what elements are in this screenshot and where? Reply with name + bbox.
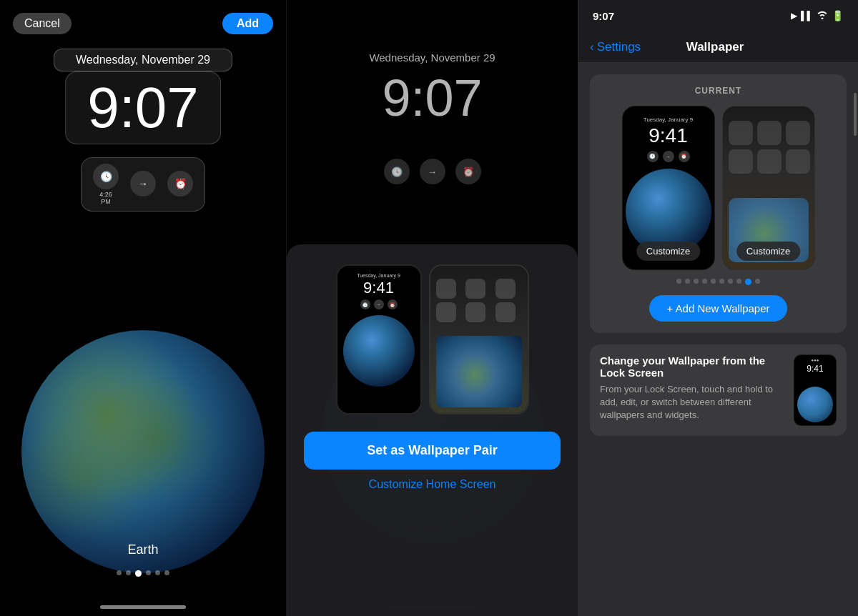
wifi-icon <box>817 11 828 21</box>
wp-app-5 <box>757 149 781 174</box>
status-icons: ▶ ▌▌ 🔋 <box>791 10 844 21</box>
location-icon: ▶ <box>791 11 797 21</box>
customize-home-button[interactable]: Customize Home Screen <box>369 478 496 491</box>
mid-arrow-icon: → <box>420 159 445 184</box>
app-icon-4 <box>436 302 456 322</box>
page-indicator <box>117 570 169 577</box>
dot-4 <box>146 570 151 575</box>
right-panel: 9:07 ▶ ▌▌ 🔋 ‹ Settings Wallpaper CURRENT <box>578 0 858 616</box>
lock-screen-preview[interactable]: Tuesday, January 9 9:41 🕓 → ⏰ <box>336 264 422 414</box>
thumb-time: 9:41 <box>794 364 836 374</box>
wp-dot-5 <box>711 279 716 284</box>
lock-screen-time: 9:07 <box>65 71 221 144</box>
wp-arrow-icon: → <box>663 151 674 162</box>
middle-date: Wednesday, November 29 <box>369 51 495 64</box>
lock-screen-widgets: 🕓 4:26PM → ⏰ <box>81 157 205 212</box>
mid-clock-icon: 🕓 <box>384 159 410 184</box>
wp-app-3 <box>786 121 810 145</box>
earth-label: Earth <box>127 542 158 557</box>
thumb-status-bar: ●●● <box>794 358 836 362</box>
clock-icon: 🕓 <box>93 164 119 189</box>
wp-alarm-icon: ⏰ <box>679 151 690 162</box>
dot-5 <box>155 570 160 575</box>
middle-panel: Wednesday, November 29 9:07 🕓 → ⏰ Tuesda… <box>286 0 578 616</box>
wp-dot-10 <box>755 279 760 284</box>
wp-dot-2 <box>685 279 690 284</box>
wp-app-2 <box>757 121 781 145</box>
wallpaper-popup: Tuesday, January 9 9:41 🕓 → ⏰ <box>287 244 578 616</box>
back-label: Settings <box>597 40 641 54</box>
wp-dot-9 <box>745 279 751 285</box>
pw-alarm: ⏰ <box>388 299 398 309</box>
app-icon-1 <box>436 279 456 299</box>
home-inner <box>430 266 528 413</box>
middle-time: 9:07 <box>382 69 482 127</box>
wp-dot-8 <box>736 279 741 284</box>
wallpaper-dots <box>601 279 835 285</box>
dot-1 <box>117 570 122 575</box>
pw-arrow: → <box>374 299 384 309</box>
back-button[interactable]: ‹ Settings <box>590 40 641 54</box>
app-grid <box>436 279 522 322</box>
wp-dot-3 <box>694 279 699 284</box>
change-wallpaper-title: Change your Wallpaper from the Lock Scre… <box>600 354 785 379</box>
lock-screen-date: Wednesday, November 29 <box>54 49 232 71</box>
status-time: 9:07 <box>593 10 614 22</box>
dot-3 <box>135 570 142 577</box>
widget-clock: 🕓 4:26PM <box>93 164 119 205</box>
dot-2 <box>126 570 131 575</box>
wp-dot-4 <box>702 279 707 284</box>
app-icon-6 <box>495 302 516 322</box>
app-icon-3 <box>495 279 516 299</box>
wp-lock-preview[interactable]: Tuesday, January 9 9:41 🕓 → ⏰ Customize <box>622 106 715 270</box>
customize-home-screen-button[interactable]: Customize <box>736 242 800 261</box>
status-bar: 9:07 ▶ ▌▌ 🔋 <box>578 0 858 31</box>
lock-inner: Tuesday, January 9 9:41 🕓 → ⏰ <box>337 266 420 413</box>
change-wallpaper-description: From your Lock Screen, touch and hold to… <box>600 383 785 422</box>
wp-lock-time: 9:41 <box>649 124 688 147</box>
set-wallpaper-pair-button[interactable]: Set as Wallpaper Pair <box>304 432 561 470</box>
nav-title: Wallpaper <box>686 40 744 54</box>
wp-dot-1 <box>676 279 681 284</box>
arrow-icon: → <box>130 171 156 197</box>
left-panel: Cancel Add Wednesday, November 29 9:07 🕓… <box>0 0 286 616</box>
widget-alarm: ⏰ <box>167 171 193 198</box>
thumb-earth <box>797 387 833 422</box>
preview-lock-time: 9:41 <box>363 279 394 297</box>
cancel-button[interactable]: Cancel <box>13 13 72 34</box>
preview-earth <box>343 315 415 387</box>
dot-6 <box>164 570 169 575</box>
pw-clock: 🕓 <box>360 299 370 309</box>
earth-background <box>21 330 265 573</box>
change-wallpaper-thumbnail: ●●● 9:41 <box>794 354 837 426</box>
wp-lock-date: Tuesday, January 9 <box>644 116 693 123</box>
app-icon-5 <box>465 302 485 322</box>
wp-home-preview[interactable]: Customize <box>722 106 815 270</box>
preview-lock-widgets: 🕓 → ⏰ <box>360 299 398 309</box>
middle-widgets: 🕓 → ⏰ <box>384 159 481 184</box>
add-button[interactable]: Add <box>222 13 273 34</box>
battery-icon: 🔋 <box>832 10 844 21</box>
wp-app-grid <box>729 121 809 174</box>
wp-app-6 <box>786 149 810 174</box>
preview-lock-date: Tuesday, January 9 <box>357 273 400 278</box>
mid-alarm-icon: ⏰ <box>455 159 481 184</box>
wp-app-4 <box>729 149 753 174</box>
phone-preview-container: Tuesday, January 9 9:41 🕓 → ⏰ <box>336 264 529 414</box>
add-new-wallpaper-button[interactable]: + Add New Wallpaper <box>649 295 786 322</box>
widget-arrow: → <box>130 171 156 198</box>
wp-dot-7 <box>728 279 733 284</box>
home-earth <box>436 336 522 407</box>
scrollbar[interactable] <box>854 93 857 136</box>
alarm-icon: ⏰ <box>167 171 193 197</box>
home-screen-preview[interactable] <box>429 264 529 414</box>
signal-icon: ▌▌ <box>801 11 813 21</box>
change-wallpaper-text: Change your Wallpaper from the Lock Scre… <box>600 354 785 422</box>
wp-app-1 <box>729 121 753 145</box>
wp-lock-widgets: 🕓 → ⏰ <box>647 151 690 162</box>
nav-bar: ‹ Settings Wallpaper <box>578 31 858 63</box>
current-label: CURRENT <box>601 86 835 96</box>
back-chevron-icon: ‹ <box>590 40 594 54</box>
customize-lock-button[interactable]: Customize <box>636 242 700 261</box>
change-wallpaper-card: Change your Wallpaper from the Lock Scre… <box>590 344 847 436</box>
